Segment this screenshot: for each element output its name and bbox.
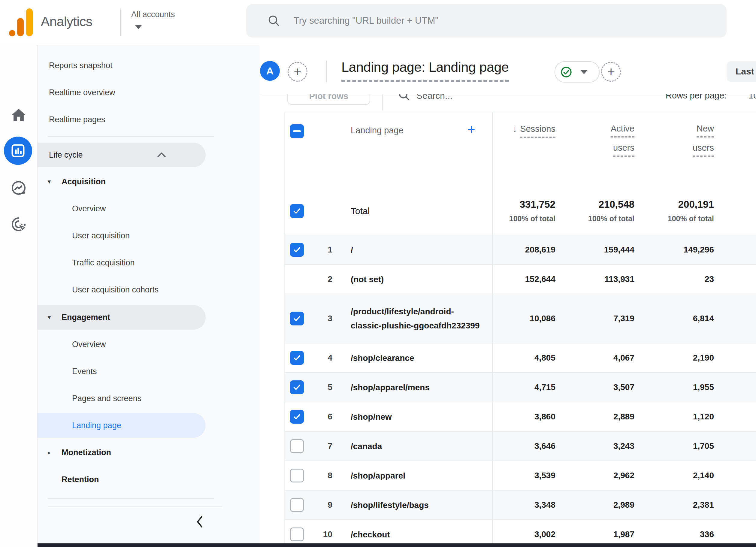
nav-section-monetization[interactable]: Monetization xyxy=(62,444,111,461)
total-label: Total xyxy=(351,206,480,216)
row-checkbox-unchecked[interactable] xyxy=(290,439,304,453)
table-row: 7/canada3,6463,2431,705 xyxy=(285,431,756,461)
row-rank: 6 xyxy=(309,412,332,422)
table-row: 4/shop/clearance4,8054,0672,190 xyxy=(285,343,756,372)
row-checkbox-checked[interactable] xyxy=(290,380,304,394)
row-checkbox-cell xyxy=(285,469,309,482)
nav-section-acquisition[interactable]: Acquisition xyxy=(62,173,106,190)
header-divider xyxy=(120,8,121,36)
row-checkbox-checked[interactable] xyxy=(290,410,304,424)
rail-home-button[interactable] xyxy=(0,107,37,124)
nav-item-retention[interactable]: Retention xyxy=(62,471,99,488)
total-row-checkbox[interactable] xyxy=(290,204,304,218)
row-active-users: 2,989 xyxy=(555,500,634,510)
dimension-column-header[interactable]: Landing page + xyxy=(351,124,480,134)
search-placeholder: Try searching "URL builder + UTM" xyxy=(294,4,438,38)
table-header: Landing page + ↓Sessions Active users Ne… xyxy=(285,112,756,235)
row-sessions: 3,348 xyxy=(480,500,555,510)
column-header-new-users[interactable]: New users xyxy=(634,124,714,162)
row-checkbox-cell xyxy=(285,527,309,541)
nav-item-events[interactable]: Events xyxy=(72,363,97,380)
row-sessions: 3,539 xyxy=(480,471,555,480)
report-main: A + Landing page: Landing page + Last Pl… xyxy=(260,45,756,547)
expand-arrow-icon[interactable]: ▾ xyxy=(45,309,54,326)
rail-explore-button[interactable] xyxy=(0,179,37,197)
report-nav-drawer: Reports snapshot Realtime overview Realt… xyxy=(38,45,260,547)
nav-item-acquisition-overview[interactable]: Overview xyxy=(72,200,106,217)
nav-item-traffic-acquisition[interactable]: Traffic acquisition xyxy=(72,254,135,271)
nav-item-landing-page[interactable]: Landing page xyxy=(72,417,121,434)
select-all-checkbox[interactable] xyxy=(290,124,304,138)
logo-bar-shape xyxy=(26,8,33,36)
collapsed-arrow-icon[interactable]: ▸ xyxy=(45,444,54,461)
row-sessions: 3,002 xyxy=(480,530,555,539)
row-rank: 3 xyxy=(309,314,332,323)
row-sessions: 4,805 xyxy=(480,353,555,363)
row-active-users: 3,507 xyxy=(555,382,634,392)
add-comparison-button[interactable]: + xyxy=(288,62,307,82)
logo-bar-shape xyxy=(17,18,24,36)
sort-descending-arrow: ↓ xyxy=(513,124,517,134)
nav-collection-life-cycle[interactable]: Life cycle xyxy=(38,143,206,167)
table-row: 2(not set)152,644113,93123 xyxy=(285,264,756,294)
bottom-edge-bar xyxy=(38,543,756,547)
chevron-down-icon[interactable] xyxy=(135,25,142,29)
table-row: 9/shop/lifestyle/bags3,3482,9892,381 xyxy=(285,490,756,519)
global-search-input[interactable]: Try searching "URL builder + UTM" xyxy=(246,4,727,38)
row-checkbox-checked[interactable] xyxy=(290,351,304,365)
nav-item-realtime-pages[interactable]: Realtime pages xyxy=(49,111,105,128)
row-new-users: 1,705 xyxy=(634,441,714,451)
account-switcher[interactable]: All accounts xyxy=(131,10,175,19)
date-range-picker[interactable]: Last xyxy=(727,61,756,82)
table-body: 1/208,619159,444149,2962(not set)152,644… xyxy=(285,235,756,543)
table-row: 1/208,619159,444149,296 xyxy=(285,235,756,264)
chevron-down-icon xyxy=(580,70,588,74)
row-new-users: 23 xyxy=(634,274,714,284)
nav-item-engagement-overview[interactable]: Overview xyxy=(72,336,106,353)
check-circle-icon xyxy=(560,66,573,78)
row-active-users: 2,962 xyxy=(555,471,634,480)
table-row: 5/shop/apparel/mens4,7153,5071,955 xyxy=(285,372,756,402)
row-checkbox-cell xyxy=(285,439,309,453)
collapse-drawer-button[interactable] xyxy=(194,514,206,530)
row-new-users: 1,120 xyxy=(634,412,714,422)
rail-advertising-button[interactable] xyxy=(0,216,37,233)
product-name: Analytics xyxy=(41,14,92,29)
row-checkbox-checked[interactable] xyxy=(290,243,304,257)
landing-page-table: Landing page + ↓Sessions Active users Ne… xyxy=(284,112,756,543)
row-checkbox-unchecked[interactable] xyxy=(290,469,304,482)
column-divider xyxy=(492,112,493,543)
column-header-active-users[interactable]: Active users xyxy=(555,124,634,162)
explore-icon xyxy=(10,179,27,197)
column-header-sessions[interactable]: ↓Sessions xyxy=(480,124,555,143)
nav-item-reports-snapshot[interactable]: Reports snapshot xyxy=(49,57,113,74)
row-checkbox-cell xyxy=(285,380,309,394)
total-active-users: 210,548 xyxy=(599,199,634,210)
row-rank: 8 xyxy=(309,471,332,480)
nav-item-pages-and-screens[interactable]: Pages and screens xyxy=(72,390,141,407)
search-icon xyxy=(267,14,281,28)
nav-item-user-acquisition-cohorts[interactable]: User acquisition cohorts xyxy=(72,281,159,298)
expand-arrow-icon[interactable]: ▾ xyxy=(45,173,54,190)
row-landing-page: (not set) xyxy=(351,272,480,286)
report-status-control[interactable] xyxy=(555,61,600,83)
advertising-icon xyxy=(10,216,27,233)
row-rank: 1 xyxy=(309,245,332,255)
row-rank: 9 xyxy=(309,500,332,510)
nav-item-user-acquisition[interactable]: User acquisition xyxy=(72,227,130,244)
nav-section-engagement[interactable]: Engagement xyxy=(62,309,110,326)
avatar[interactable]: A xyxy=(260,61,280,81)
google-analytics-logo[interactable] xyxy=(7,6,40,39)
rail-reports-button[interactable] xyxy=(4,137,32,165)
row-new-users: 2,140 xyxy=(634,471,714,480)
nav-item-realtime-overview[interactable]: Realtime overview xyxy=(49,84,115,101)
add-report-button[interactable]: + xyxy=(601,62,621,82)
row-checkbox-checked[interactable] xyxy=(290,312,304,325)
row-checkbox-unchecked[interactable] xyxy=(290,498,304,512)
row-checkbox-unchecked[interactable] xyxy=(290,527,304,541)
ga-analytics-app: Analytics All accounts Try searching "UR… xyxy=(0,0,756,547)
add-dimension-button[interactable]: + xyxy=(467,122,475,137)
table-row: 10/checkout3,0021,987336 xyxy=(285,519,756,543)
row-checkbox-cell xyxy=(285,351,309,365)
chevron-up-icon[interactable] xyxy=(156,151,167,159)
